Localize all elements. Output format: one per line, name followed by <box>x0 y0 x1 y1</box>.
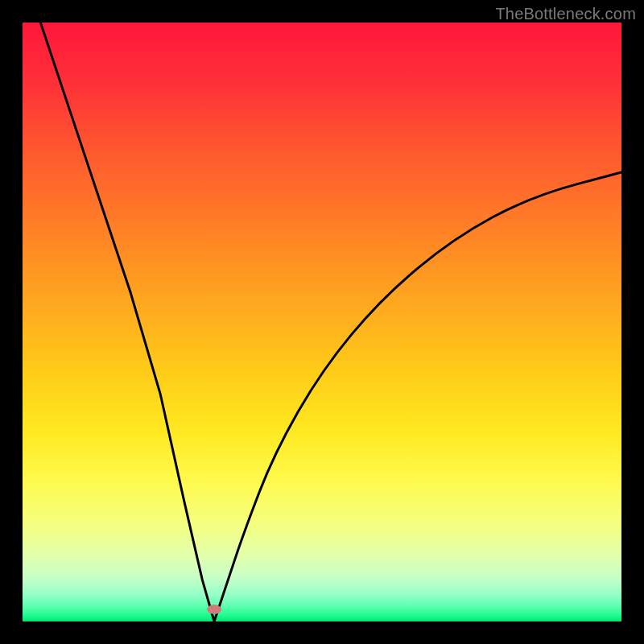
optimal-point-marker <box>207 605 221 614</box>
watermark-text: TheBottleneck.com <box>495 5 636 23</box>
bottleneck-chart <box>23 23 621 621</box>
gradient-background <box>23 23 621 621</box>
chart-frame: TheBottleneck.com <box>0 0 644 644</box>
